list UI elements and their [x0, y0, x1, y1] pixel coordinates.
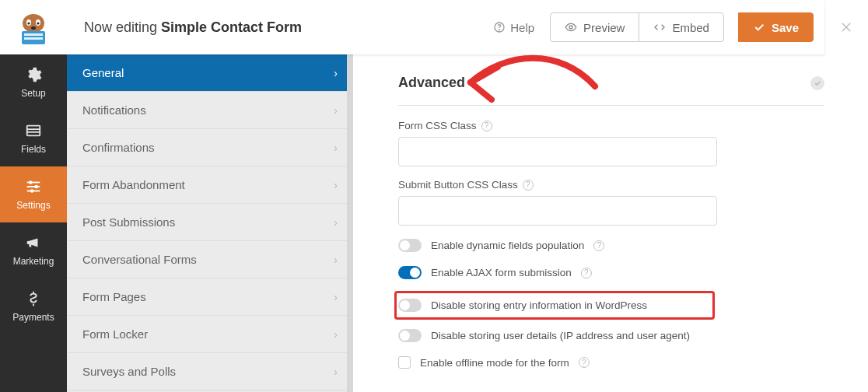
settings-sidebar: General› Notifications› Confirmations› F…	[67, 54, 353, 392]
disable-user-toggle-row: Disable storing user details (IP address…	[398, 327, 824, 345]
disable-entry-toggle-row: Disable storing entry information in Wor…	[398, 296, 708, 314]
svg-point-20	[30, 189, 33, 192]
chevron-right-icon: ›	[334, 216, 338, 229]
close-button[interactable]	[824, 0, 868, 54]
offline-checkbox[interactable]	[398, 356, 411, 369]
svg-point-4	[37, 22, 39, 24]
form-css-class-input[interactable]	[398, 137, 717, 166]
nav-rail: Setup Fields Settings Marketing Payments	[0, 54, 67, 392]
svg-rect-8	[24, 37, 43, 40]
code-icon	[653, 21, 666, 33]
disable-entry-label: Disable storing entry information in Wor…	[431, 299, 647, 311]
svg-point-18	[29, 180, 32, 184]
eye-icon	[565, 21, 577, 33]
megaphone-icon	[25, 234, 42, 251]
help-icon[interactable]: ?	[581, 268, 592, 278]
close-icon	[838, 19, 854, 35]
submit-css-class-field: Submit Button CSS Class ?	[398, 177, 824, 226]
nav-settings[interactable]: Settings	[0, 166, 67, 222]
svg-point-0	[23, 14, 44, 33]
ajax-label: Enable AJAX form submission	[431, 267, 572, 278]
svg-point-10	[499, 30, 500, 30]
sidebar-item-confirmations[interactable]: Confirmations›	[67, 129, 353, 166]
svg-point-5	[31, 26, 36, 30]
offline-checkbox-row: Enable offline mode for the form ?	[398, 354, 824, 371]
preview-button[interactable]: Preview	[550, 12, 639, 42]
submit-css-class-label: Submit Button CSS Class ?	[398, 179, 534, 191]
help-icon[interactable]: ?	[593, 240, 604, 251]
chevron-right-icon: ›	[334, 67, 338, 79]
sidebar-item-post-submissions[interactable]: Post Submissions›	[67, 204, 353, 241]
chevron-right-icon: ›	[334, 179, 338, 191]
sidebar-item-notifications[interactable]: Notifications›	[67, 92, 353, 129]
svg-point-3	[27, 22, 30, 24]
panel-heading: Advanced	[398, 75, 465, 91]
disable-user-label: Disable storing user details (IP address…	[431, 330, 690, 341]
embed-button[interactable]: Embed	[639, 12, 724, 42]
dynamic-fields-toggle[interactable]	[398, 239, 422, 252]
nav-marketing[interactable]: Marketing	[0, 222, 67, 278]
submit-css-class-input[interactable]	[398, 196, 717, 226]
disable-entry-toggle[interactable]	[398, 299, 422, 312]
svg-point-19	[34, 185, 37, 188]
chevron-right-icon: ›	[334, 142, 338, 154]
chevron-right-icon: ›	[334, 366, 338, 378]
app-logo	[0, 0, 67, 54]
sidebar-item-form-abandonment[interactable]: Form Abandonment›	[67, 166, 353, 204]
check-icon	[814, 79, 821, 87]
help-icon[interactable]: ?	[481, 121, 492, 131]
sidebar-scrollbar[interactable]	[347, 54, 353, 392]
dynamic-fields-toggle-row: Enable dynamic fields population ?	[398, 236, 824, 254]
collapse-toggle[interactable]	[810, 76, 824, 90]
sidebar-item-general[interactable]: General›	[67, 54, 353, 92]
help-link[interactable]: Help	[478, 21, 550, 34]
svg-point-11	[569, 26, 572, 29]
disable-user-toggle[interactable]	[398, 329, 422, 342]
chevron-right-icon: ›	[334, 291, 338, 303]
ajax-toggle[interactable]	[398, 266, 422, 279]
check-icon	[753, 21, 765, 33]
sidebar-item-surveys-polls[interactable]: Surveys and Polls›	[67, 353, 353, 390]
list-icon	[25, 122, 42, 139]
offline-label: Enable offline mode for the form	[420, 357, 569, 369]
ajax-toggle-row: Enable AJAX form submission ?	[398, 264, 824, 282]
dollar-icon	[25, 290, 42, 307]
nav-payments[interactable]: Payments	[0, 278, 67, 334]
sidebar-item-conversational-forms[interactable]: Conversational Forms›	[67, 241, 353, 278]
svg-rect-7	[24, 33, 43, 36]
page-title: Now editing Simple Contact Form	[67, 19, 478, 36]
chevron-right-icon: ›	[334, 328, 338, 341]
main-panel: Advanced Form CSS Class ? Submit Button …	[353, 54, 868, 392]
chevron-right-icon: ›	[334, 104, 338, 117]
top-toolbar: Now editing Simple Contact Form Help Pre…	[0, 0, 824, 54]
gear-icon	[25, 66, 42, 83]
form-css-class-label: Form CSS Class ?	[398, 120, 492, 131]
nav-fields[interactable]: Fields	[0, 110, 67, 166]
help-icon[interactable]: ?	[523, 180, 534, 191]
help-icon[interactable]: ?	[579, 357, 590, 368]
save-button[interactable]: Save	[738, 12, 814, 42]
form-css-class-field: Form CSS Class ?	[398, 118, 824, 166]
dynamic-fields-label: Enable dynamic fields population	[431, 240, 584, 251]
sidebar-item-form-locker[interactable]: Form Locker›	[67, 316, 353, 353]
sliders-icon	[25, 178, 42, 195]
nav-setup[interactable]: Setup	[0, 54, 67, 110]
chevron-right-icon: ›	[334, 254, 338, 266]
svg-rect-12	[27, 126, 40, 136]
sidebar-item-form-pages[interactable]: Form Pages›	[67, 278, 353, 316]
highlight-annotation: Disable storing entry information in Wor…	[394, 291, 715, 320]
